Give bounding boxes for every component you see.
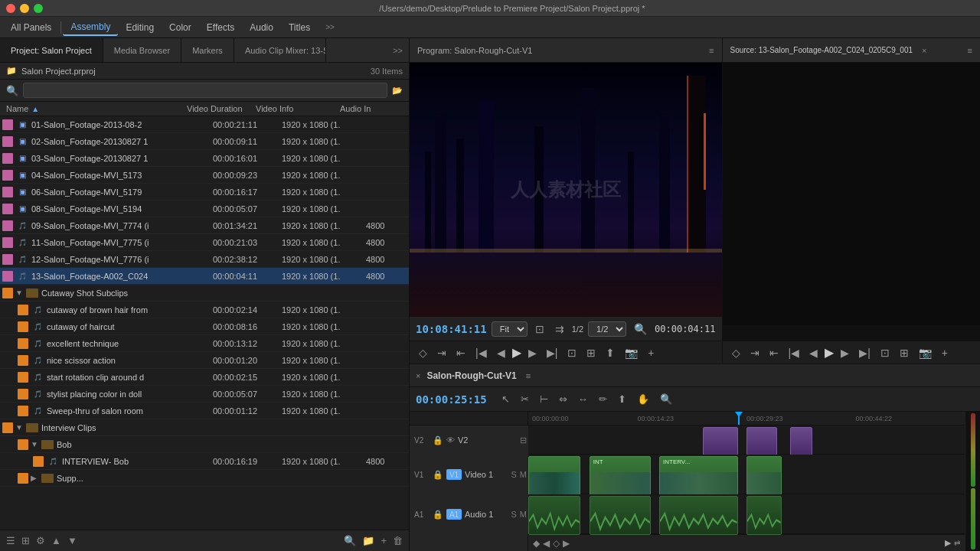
list-item[interactable]: 🎵 12-Salon_Footage-MVI_7776 (i 00:02:38:… [0, 251, 409, 268]
clip-a1-1[interactable] [528, 496, 580, 535]
source-go-out[interactable]: ▶| [856, 345, 874, 360]
maximize-button[interactable] [34, 4, 43, 13]
export-icon[interactable]: ⇉ [552, 321, 567, 337]
lift-icon[interactable]: ⬆ [603, 345, 618, 360]
tool-razor[interactable]: ✂ [517, 392, 533, 406]
settings-icon[interactable]: ⚙ [36, 535, 45, 546]
timeline-menu[interactable]: ≡ [526, 371, 531, 380]
list-item[interactable]: 🎵 INTERVIEW- Bob 00:00:16:19 1920 x 1080… [0, 453, 409, 470]
clip-a1-3[interactable] [659, 496, 738, 535]
track-solo-a1[interactable]: S [511, 510, 516, 519]
menu-effects[interactable]: Effects [199, 20, 242, 35]
list-item[interactable]: ▣ 06-Salon_Footage-MVI_5179 00:00:16:17 … [0, 184, 409, 201]
timeline-close[interactable]: × [416, 371, 420, 380]
tool-ripple[interactable]: ⊢ [536, 392, 552, 406]
nav-back[interactable]: ◀ [543, 538, 550, 549]
clip-v2-1[interactable] [703, 427, 738, 455]
add-edit-icon[interactable]: + [645, 345, 657, 360]
list-item[interactable]: 🎵 stylist placing color in doll 00:00:05… [0, 386, 409, 403]
nav-diamond[interactable]: ◇ [553, 538, 560, 549]
tab-markers[interactable]: Markers [181, 38, 234, 62]
list-item[interactable]: 🎵 excellent technique 00:00:13:12 1920 x… [0, 335, 409, 352]
list-item[interactable]: ▣ 03-Salon_Footage-20130827 1 00:00:16:0… [0, 150, 409, 167]
list-item[interactable]: 🎵 09-Salon_Footage-MVI_7774 (i 00:01:34:… [0, 217, 409, 234]
list-item[interactable]: ▣ 08-Salon_Footage-MVI_5194 00:00:05:07 … [0, 201, 409, 217]
play-button[interactable]: ▶ [512, 345, 521, 360]
clip-v2-2[interactable] [746, 427, 777, 455]
insert-icon[interactable]: ⊡ [564, 345, 580, 360]
clip-v1-1[interactable] [528, 456, 580, 495]
track-target-v1[interactable]: V1 [446, 469, 462, 480]
tool-select[interactable]: ↖ [498, 392, 514, 406]
menu-assembly[interactable]: Assembly [63, 19, 118, 36]
source-add-marker[interactable]: ◇ [729, 345, 743, 360]
search-icon[interactable]: 🔍 [344, 535, 356, 546]
menu-editing[interactable]: Editing [118, 20, 162, 35]
track-solo-v1[interactable]: S [511, 470, 516, 479]
list-view-icon[interactable]: ☰ [6, 535, 15, 546]
add-item-icon[interactable]: + [381, 535, 387, 546]
folder-interview[interactable]: ▼ Interview Clips [0, 419, 409, 436]
arrow-up-icon[interactable]: ▲ [51, 535, 61, 546]
nav-prev[interactable]: ◆ [533, 538, 540, 549]
clip-v1-2[interactable]: INT [590, 456, 651, 495]
mark-in-icon[interactable]: ⇥ [434, 345, 449, 360]
grid-view-icon[interactable]: ⊞ [21, 535, 30, 546]
folder-bob[interactable]: ▼ Bob [0, 436, 409, 453]
track-lock-v2[interactable]: 🔒 [433, 435, 443, 445]
track-collapse-v2[interactable]: ⊟ [520, 435, 527, 445]
list-item[interactable]: 🎵 cutaway of brown hair from 00:00:02:14… [0, 302, 409, 318]
tab-project[interactable]: Project: Salon Project [0, 38, 103, 62]
overwrite-icon[interactable]: ⊞ [583, 345, 599, 360]
folder-new-icon[interactable]: 📁 [362, 535, 374, 546]
loop-icon[interactable]: ⇄ [954, 539, 960, 547]
fit-dropdown[interactable]: Fit [492, 321, 528, 337]
source-insert[interactable]: ⊡ [877, 345, 893, 360]
list-item[interactable]: ▣ 02-Salon_Footage-20130827 1 00:00:09:1… [0, 133, 409, 150]
menu-audio[interactable]: Audio [242, 20, 281, 35]
tool-zoom[interactable]: 🔍 [656, 392, 676, 406]
menu-titles[interactable]: Titles [281, 20, 318, 35]
tool-slip[interactable]: ↔ [574, 392, 592, 406]
nav-fwd[interactable]: ▶ [563, 538, 570, 549]
clip-v1-3[interactable]: INTERV... [659, 456, 738, 495]
search-input[interactable] [23, 83, 387, 98]
tab-more[interactable]: >> [387, 38, 409, 62]
source-play-button[interactable]: ▶ [825, 345, 834, 360]
list-item[interactable]: 🎵 cutaway of haircut 00:00:08:16 1920 x … [0, 318, 409, 335]
tab-media-browser[interactable]: Media Browser [103, 38, 181, 62]
track-lock-a1[interactable]: 🔒 [433, 510, 443, 520]
track-mute-v1[interactable]: M [520, 470, 527, 479]
close-button[interactable] [6, 4, 15, 13]
clip-a1-2[interactable] [590, 496, 651, 535]
window-controls[interactable] [6, 4, 43, 13]
list-item[interactable]: ▣ 04-Salon_Footage-MVI_5173 00:00:09:23 … [0, 167, 409, 184]
folder-cutaway[interactable]: ▼ Cutaway Shot Subclips [0, 285, 409, 302]
list-item[interactable]: 🎵 Sweep-thru of salon room 00:00:01:12 1… [0, 403, 409, 419]
program-monitor-menu[interactable]: ≡ [709, 46, 714, 55]
source-go-in[interactable]: |◀ [786, 345, 803, 360]
list-item[interactable]: ▣ 01-Salon_Footage-2013-08-2 00:00:21:11… [0, 116, 409, 133]
tool-lift[interactable]: ⬆ [614, 392, 630, 406]
track-target-a1[interactable]: A1 [446, 509, 462, 520]
clip-v1-4[interactable] [746, 456, 782, 495]
track-vis-v2[interactable]: 👁 [446, 435, 455, 445]
menu-more[interactable]: >> [318, 21, 342, 34]
tool-rolling[interactable]: ⇔ [555, 392, 571, 406]
delete-icon[interactable]: 🗑 [393, 535, 403, 546]
clip-a1-4[interactable] [746, 496, 782, 535]
list-item[interactable]: 🎵 11-Salon_Footage-MVI_7775 (i 00:00:21:… [0, 234, 409, 251]
menu-all-panels[interactable]: All Panels [3, 20, 59, 35]
source-overwrite[interactable]: ⊞ [897, 345, 912, 360]
play-button-tl[interactable]: ▶ [945, 538, 951, 548]
source-step-back[interactable]: ◀ [806, 345, 821, 360]
safe-margins-icon[interactable]: ⊡ [532, 321, 547, 337]
go-to-in-icon[interactable]: |◀ [472, 345, 490, 360]
tab-audio-mixer[interactable]: Audio Clip Mixer: 13-Sa [234, 38, 326, 62]
mark-out-icon[interactable]: ⇤ [453, 345, 469, 360]
step-forward-icon[interactable]: ▶ [525, 345, 540, 360]
add-marker-icon[interactable]: ◇ [416, 345, 430, 360]
source-monitor-close[interactable]: × [922, 46, 926, 55]
menu-color[interactable]: Color [162, 20, 199, 35]
clip-v2-3[interactable] [790, 427, 812, 455]
